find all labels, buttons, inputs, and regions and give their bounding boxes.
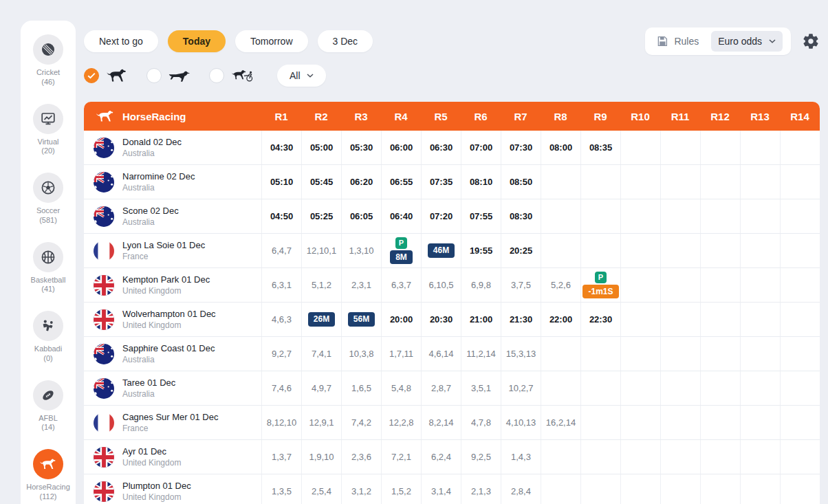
tab-next-to-go[interactable]: Next to go <box>84 30 158 52</box>
race-cell[interactable]: P8M <box>381 234 421 267</box>
race-cell[interactable]: 10,2,7 <box>501 371 541 405</box>
race-cell[interactable]: 1,5,2 <box>381 474 421 504</box>
race-cell[interactable]: 08:00 <box>541 131 580 164</box>
meeting-info[interactable]: Ayr 01 Dec United Kingdom <box>84 440 261 474</box>
race-cell[interactable]: 20:25 <box>501 234 541 267</box>
race-cell[interactable]: 20:30 <box>421 303 461 336</box>
meeting-info[interactable]: Kempton Park 01 Dec United Kingdom <box>84 268 261 302</box>
meeting-info[interactable]: Wolverhampton 01 Dec United Kingdom <box>84 303 261 336</box>
race-cell[interactable]: 3,1,2 <box>341 474 381 504</box>
rules-button[interactable]: Rules <box>656 35 699 47</box>
settings-button[interactable] <box>802 32 820 50</box>
race-cell[interactable]: 06:55 <box>381 165 421 199</box>
race-cell[interactable]: 6,9,8 <box>461 268 501 302</box>
race-cell[interactable]: 5,4,8 <box>381 371 421 405</box>
race-cell[interactable]: 1,3,10 <box>341 234 381 267</box>
race-cell[interactable]: 2,3,6 <box>341 440 381 474</box>
race-type-filter-greyhounds[interactable] <box>146 67 191 84</box>
race-cell[interactable]: 07:00 <box>461 131 501 164</box>
race-cell[interactable]: 9,2,5 <box>461 440 501 474</box>
race-cell[interactable]: 6,3,1 <box>261 268 301 302</box>
race-cell[interactable]: 12,10,1 <box>301 234 341 267</box>
race-cell[interactable]: 06:30 <box>421 131 461 164</box>
race-cell[interactable]: 3,5,1 <box>461 371 501 405</box>
tab-tomorrow[interactable]: Tomorrow <box>235 30 307 52</box>
race-cell[interactable]: 06:00 <box>381 131 421 164</box>
race-cell[interactable]: 4,10,13 <box>501 406 541 439</box>
race-cell[interactable]: 07:20 <box>421 199 461 233</box>
sidebar-item-horseracing[interactable]: HorseRacing (112) <box>21 449 76 502</box>
race-cell[interactable]: 04:30 <box>261 131 301 164</box>
race-cell[interactable]: 3,7,5 <box>501 268 541 302</box>
race-cell[interactable]: 6,4,7 <box>261 234 301 267</box>
race-cell[interactable]: 8,12,10 <box>261 406 301 439</box>
race-cell[interactable]: 1,6,5 <box>341 371 381 405</box>
race-cell[interactable]: 2,5,4 <box>301 474 341 504</box>
race-cell[interactable]: 4,7,8 <box>461 406 501 439</box>
race-cell[interactable]: 11,2,14 <box>461 337 501 371</box>
race-cell[interactable]: 07:30 <box>501 131 541 164</box>
race-cell[interactable]: 16,2,14 <box>541 406 580 439</box>
sidebar-item-afbl[interactable]: AFBL (14) <box>21 380 76 433</box>
race-cell[interactable]: 8,2,14 <box>421 406 461 439</box>
race-cell[interactable]: 05:30 <box>341 131 381 164</box>
race-cell[interactable]: 1,3,7 <box>261 440 301 474</box>
race-cell[interactable]: 2,3,1 <box>341 268 381 302</box>
meeting-info[interactable]: Scone 02 Dec Australia <box>84 199 261 233</box>
all-filter-dropdown[interactable]: All <box>277 65 326 87</box>
tab-today[interactable]: Today <box>168 30 226 52</box>
meeting-info[interactable]: Plumpton 01 Dec United Kingdom <box>84 474 261 504</box>
meeting-info[interactable]: Taree 01 Dec Australia <box>84 371 261 405</box>
race-cell[interactable]: 21:00 <box>461 303 501 336</box>
race-cell[interactable]: 1,9,10 <box>301 440 341 474</box>
race-cell[interactable]: 15,3,13 <box>501 337 541 371</box>
race-cell[interactable]: 7,4,6 <box>261 371 301 405</box>
race-cell[interactable]: 06:05 <box>341 199 381 233</box>
race-cell[interactable]: 04:50 <box>261 199 301 233</box>
race-cell[interactable]: 9,2,7 <box>261 337 301 371</box>
race-cell[interactable]: 21:30 <box>501 303 541 336</box>
race-cell[interactable]: 2,8,7 <box>421 371 461 405</box>
sidebar-item-virtual[interactable]: Virtual (20) <box>21 104 76 157</box>
sidebar-item-basketball[interactable]: Basketball (41) <box>21 242 76 295</box>
race-cell[interactable]: 1,4,3 <box>501 440 541 474</box>
sidebar-item-cricket[interactable]: Cricket (46) <box>21 34 76 87</box>
meeting-info[interactable]: Narromine 02 Dec Australia <box>84 165 261 199</box>
race-cell[interactable]: 56M <box>341 303 381 336</box>
race-type-filter-harness[interactable] <box>209 67 254 84</box>
race-cell[interactable]: 07:55 <box>461 199 501 233</box>
meeting-info[interactable]: Donald 02 Dec Australia <box>84 131 261 164</box>
race-cell[interactable]: 2,1,3 <box>461 474 501 504</box>
race-cell[interactable]: 05:25 <box>301 199 341 233</box>
race-cell[interactable]: 08:35 <box>580 131 620 164</box>
race-cell[interactable]: P-1m1S <box>580 268 620 302</box>
race-cell[interactable]: 05:00 <box>301 131 341 164</box>
race-cell[interactable]: 07:35 <box>421 165 461 199</box>
race-cell[interactable]: 10,3,8 <box>341 337 381 371</box>
odds-format-select[interactable]: Euro odds <box>711 31 783 52</box>
race-cell[interactable]: 5,2,6 <box>541 268 580 302</box>
race-cell[interactable]: 08:50 <box>501 165 541 199</box>
race-cell[interactable]: 26M <box>301 303 341 336</box>
race-cell[interactable]: 20:00 <box>381 303 421 336</box>
race-cell[interactable]: 3,1,4 <box>421 474 461 504</box>
meeting-info[interactable]: Sapphire Coast 01 Dec Australia <box>84 337 261 371</box>
tab-3-dec[interactable]: 3 Dec <box>318 30 373 52</box>
race-cell[interactable]: 4,6,3 <box>261 303 301 336</box>
race-cell[interactable]: 12,2,8 <box>381 406 421 439</box>
sidebar-item-kabbadi[interactable]: Kabbadi (0) <box>21 311 76 364</box>
race-cell[interactable]: 05:10 <box>261 165 301 199</box>
meeting-info[interactable]: Cagnes Sur Mer 01 Dec France <box>84 406 261 439</box>
race-cell[interactable]: 06:40 <box>381 199 421 233</box>
race-cell[interactable]: 19:55 <box>461 234 501 267</box>
race-cell[interactable]: 22:30 <box>580 303 620 336</box>
race-type-filter-gallops[interactable] <box>84 67 129 84</box>
race-cell[interactable]: 05:45 <box>301 165 341 199</box>
race-cell[interactable]: 6,3,7 <box>381 268 421 302</box>
race-cell[interactable]: 4,6,14 <box>421 337 461 371</box>
race-cell[interactable]: 08:10 <box>461 165 501 199</box>
race-cell[interactable]: 1,3,5 <box>261 474 301 504</box>
race-cell[interactable]: 4,9,7 <box>301 371 341 405</box>
race-cell[interactable]: 06:20 <box>341 165 381 199</box>
race-cell[interactable]: 1,7,11 <box>381 337 421 371</box>
